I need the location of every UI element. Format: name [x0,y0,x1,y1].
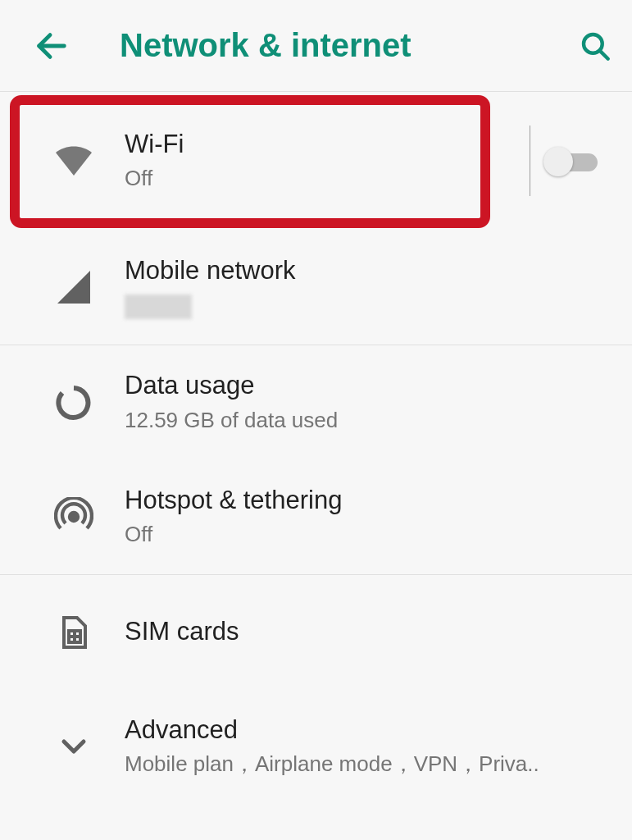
wifi-title: Wi-Fi [125,129,521,161]
hotspot-subtitle: Off [125,521,612,549]
data-usage-subtitle: 12.59 GB of data used [125,407,612,435]
advanced-title: Advanced [125,714,612,746]
signal-icon [23,267,125,307]
wifi-subtitle: Off [125,165,521,193]
data-usage-icon [23,383,125,422]
hotspot-title: Hotspot & tethering [125,485,612,517]
settings-item-advanced[interactable]: Advanced Mobile plan，Airplane mode，VPN，P… [0,689,632,804]
back-arrow-icon[interactable] [33,27,70,65]
sim-title: SIM cards [125,616,612,648]
settings-item-sim-cards[interactable]: SIM cards [0,574,632,689]
hotspot-icon [23,497,125,536]
sim-card-icon [23,613,125,652]
settings-list: Wi-Fi Off Mobile network Data usage [0,92,632,804]
settings-item-data-usage[interactable]: Data usage 12.59 GB of data used [0,345,632,459]
settings-item-mobile-network[interactable]: Mobile network [0,230,632,345]
app-header: Network & internet [0,0,632,92]
advanced-subtitle: Mobile plan，Airplane mode，VPN，Priva.. [125,751,612,778]
mobile-subtitle-redacted [125,294,192,319]
chevron-down-icon [23,727,125,766]
svg-line-2 [600,50,608,58]
mobile-title: Mobile network [125,255,612,287]
data-usage-title: Data usage [125,370,612,402]
settings-item-hotspot[interactable]: Hotspot & tethering Off [0,459,632,574]
toggle-divider [530,126,530,196]
wifi-toggle[interactable] [547,148,604,173]
page-title: Network & internet [120,27,578,64]
search-icon[interactable] [578,29,612,63]
svg-point-3 [70,513,78,521]
wifi-icon [23,141,125,180]
settings-item-wifi[interactable]: Wi-Fi Off [0,92,632,230]
